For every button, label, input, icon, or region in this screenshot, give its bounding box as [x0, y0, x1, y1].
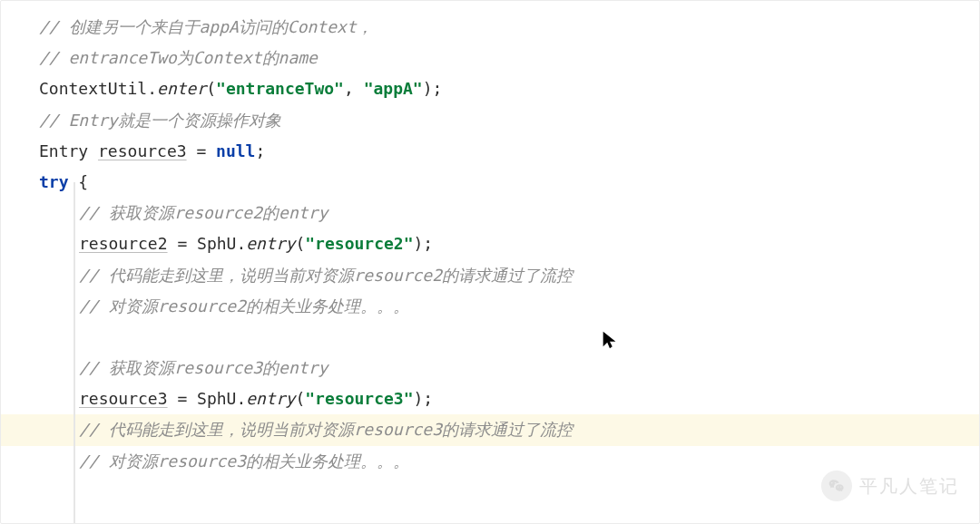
code-editor: // 创建另一个来自于appA访问的Context， // entranceTw… [0, 0, 980, 524]
variable: resource3 [79, 389, 168, 408]
code-text: = [187, 141, 217, 160]
method-call: entry [246, 234, 295, 253]
code-text: ); [414, 234, 434, 253]
watermark-text: 平凡人笔记 [859, 469, 959, 503]
watermark: 平凡人笔记 [821, 469, 959, 503]
code-text: ( [206, 79, 216, 98]
code-line: // 获取资源resource3的entry [39, 353, 979, 383]
code-line: // 获取资源resource2的entry [39, 198, 979, 228]
string-literal: "appA" [364, 79, 423, 98]
code-line: Entry resource3 = null; [39, 136, 979, 167]
code-text: , [344, 79, 364, 98]
wechat-icon [821, 471, 852, 501]
code-line: // Entry就是一个资源操作对象 [39, 105, 979, 136]
variable: resource2 [79, 234, 168, 253]
comment: // entranceTwo为Context的name [39, 48, 318, 67]
comment: // 代码能走到这里，说明当前对资源resource2的请求通过了流控 [79, 266, 573, 285]
code-line: try { [39, 167, 979, 198]
code-text: ); [414, 389, 434, 408]
code-text: = SphU. [168, 234, 247, 253]
highlighted-line: // 代码能走到这里，说明当前对资源resource3的请求通过了流控 [1, 414, 979, 445]
code-text: { [69, 172, 89, 191]
comment: // Entry就是一个资源操作对象 [39, 111, 281, 130]
code-text: = SphU. [168, 389, 247, 408]
code-line: ContextUtil.enter("entranceTwo", "appA")… [39, 73, 979, 104]
code-line: // 创建另一个来自于appA访问的Context， [39, 12, 979, 43]
method-call: entry [246, 389, 295, 408]
comment: // 创建另一个来自于appA访问的Context， [39, 17, 373, 36]
keyword: try [39, 172, 69, 191]
code-line: resource3 = SphU.entry("resource3"); [39, 383, 979, 414]
comment: // 获取资源resource3的entry [79, 358, 328, 377]
blank-line [39, 322, 979, 353]
comment: // 对资源resource2的相关业务处理。。。 [79, 296, 409, 315]
code-line: resource2 = SphU.entry("resource2"); [39, 228, 979, 259]
code-text: ContextUtil. [39, 79, 157, 98]
comment: // 对资源resource3的相关业务处理。。。 [79, 451, 409, 471]
string-literal: "resource3" [305, 389, 413, 408]
method-call: enter [157, 79, 206, 98]
comment: // 代码能走到这里，说明当前对资源resource3的请求通过了流控 [79, 420, 573, 439]
keyword: null [216, 141, 255, 160]
string-literal: "resource2" [305, 234, 413, 253]
variable: resource3 [98, 141, 187, 160]
string-literal: "entranceTwo" [216, 79, 344, 98]
code-line: // 对资源resource2的相关业务处理。。。 [39, 291, 979, 322]
code-text: ( [295, 389, 305, 408]
comment: // 获取资源resource2的entry [79, 203, 328, 222]
code-text: ); [423, 79, 443, 98]
code-line: // entranceTwo为Context的name [39, 43, 979, 73]
code-text: ( [295, 234, 305, 253]
code-text: Entry [39, 141, 98, 160]
code-text: ; [255, 141, 265, 160]
code-line: // 代码能走到这里，说明当前对资源resource2的请求通过了流控 [39, 260, 979, 291]
indent-guide [74, 182, 75, 523]
